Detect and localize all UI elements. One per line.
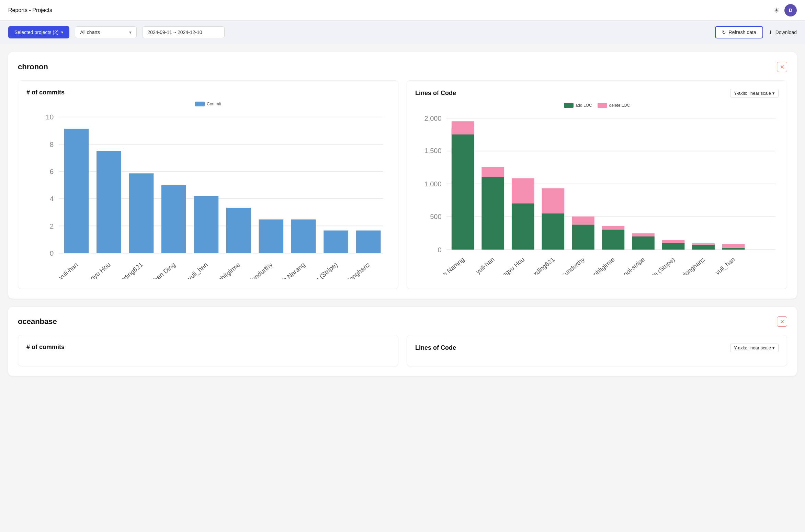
delete-bar [602, 226, 625, 230]
delete-bar [572, 217, 594, 225]
y-axis-label: Y-axis: linear scale [734, 91, 771, 96]
chevron-down-icon: ▾ [129, 30, 132, 35]
commits-chart-container: # of commits Commit [18, 80, 398, 289]
page-title: Reports - Projects [8, 7, 52, 13]
loc-bar-chart: add LOC delete LOC [415, 103, 779, 276]
svg-text:earangol-stripe: earangol-stripe [610, 256, 646, 275]
add-bar [512, 203, 534, 250]
svg-text:500: 500 [430, 213, 441, 220]
svg-text:hzding621: hzding621 [117, 261, 144, 279]
commits-svg: 10 8 6 4 2 0 [26, 111, 390, 279]
svg-text:hzding621: hzding621 [529, 256, 556, 275]
user-avatar[interactable]: D [784, 4, 797, 16]
selected-projects-button[interactable]: Selected projects (2) ▾ [8, 26, 69, 38]
add-bar [722, 248, 745, 250]
delete-bar [512, 178, 534, 203]
loc-chart-header: Lines of Code Y-axis: linear scale ▾ [415, 89, 779, 97]
bar [259, 219, 283, 253]
chevron-down-icon: ▾ [61, 30, 63, 35]
loc-chart-container: Lines of Code Y-axis: linear scale ▾ add… [407, 80, 787, 289]
svg-text:yuli_han: yuli_han [186, 261, 209, 279]
chart-header: # of commits [26, 89, 390, 96]
oceanbase-loc-header: Lines of Code Y-axis: linear scale ▾ [415, 344, 779, 352]
oceanbase-y-axis-select[interactable]: Y-axis: linear scale ▾ [730, 344, 779, 352]
add-bar [602, 230, 625, 250]
oceanbase-project-header: oceanbase ✕ [18, 316, 787, 327]
bar [291, 219, 316, 253]
delete-bar [722, 244, 745, 248]
svg-text:8: 8 [50, 140, 54, 148]
delete-bar [692, 243, 715, 245]
loc-legend: add LOC delete LOC [415, 103, 779, 108]
oceanbase-loc-title: Lines of Code [415, 344, 456, 351]
commits-bar-chart: Commit 10 8 6 [26, 102, 390, 280]
svg-text:0: 0 [50, 249, 54, 257]
bar [324, 231, 348, 253]
svg-text:rohitgirme: rohitgirme [590, 256, 616, 275]
charts-row: # of commits Commit [18, 80, 787, 289]
add-bar [452, 128, 474, 250]
svg-text:2,000: 2,000 [424, 115, 441, 122]
commits-legend: Commit [26, 102, 390, 106]
delete-loc-legend-item: delete LOC [598, 103, 630, 108]
delete-bar [542, 188, 564, 213]
oceanbase-loc-chart: Lines of Code Y-axis: linear scale ▾ [407, 335, 787, 366]
top-bar-right: ☀ D [773, 4, 797, 16]
refresh-data-button[interactable]: ↻ Refresh data [715, 26, 763, 38]
oceanbase-close-button[interactable]: ✕ [777, 316, 787, 327]
project-name: chronon [18, 62, 48, 71]
commit-legend-color [195, 102, 205, 106]
top-bar: Reports - Projects ☀ D [0, 0, 805, 21]
main-content: chronon ✕ # of commits Commit [0, 44, 805, 384]
theme-toggle-icon[interactable]: ☀ [773, 6, 780, 14]
svg-text:donghanz: donghanz [681, 256, 706, 275]
svg-text:yuli_han: yuli_han [714, 256, 737, 275]
loc-svg: 2,000 1,500 1,000 500 0 [415, 112, 779, 275]
oceanbase-commits-title: # of commits [26, 344, 65, 351]
oceanbase-y-axis-label: Y-axis: linear scale [734, 345, 771, 350]
svg-text:donghanz: donghanz [345, 261, 371, 279]
svg-text:1,000: 1,000 [424, 180, 441, 188]
oceanbase-project-name: oceanbase [18, 317, 57, 326]
svg-text:rohitgirme: rohitgirme [215, 261, 242, 279]
delete-loc-color [598, 103, 607, 108]
svg-text:10: 10 [46, 113, 54, 121]
svg-text:yuli-han: yuli-han [474, 256, 496, 275]
project-card-oceanbase: oceanbase ✕ # of commits Lines of Code Y… [8, 307, 797, 376]
bar [356, 231, 381, 253]
add-bar [572, 224, 594, 250]
add-bar [662, 243, 685, 250]
bar [161, 185, 186, 253]
add-bar [542, 213, 564, 250]
chevron-down-icon: ▾ [772, 345, 775, 350]
svg-text:6: 6 [50, 167, 54, 175]
commit-legend-item: Commit [195, 102, 221, 106]
bar [97, 151, 121, 253]
oceanbase-charts-row: # of commits Lines of Code Y-axis: linea… [18, 335, 787, 366]
date-range-value: 2024-09-11 ~ 2024-12-10 [147, 30, 202, 35]
oceanbase-commits-header: # of commits [26, 344, 390, 351]
svg-text:Pengyu Hou: Pengyu Hou [495, 256, 526, 275]
date-range-picker[interactable]: 2024-09-11 ~ 2024-12-10 [142, 26, 225, 38]
delete-bar [662, 240, 685, 243]
bar [194, 196, 218, 253]
bar [64, 129, 89, 253]
y-axis-select[interactable]: Y-axis: linear scale ▾ [730, 89, 779, 97]
delete-bar [481, 167, 504, 177]
oceanbase-commits-chart: # of commits [18, 335, 398, 366]
close-button[interactable]: ✕ [777, 62, 787, 72]
project-header: chronon ✕ [18, 62, 787, 72]
refresh-label: Refresh data [729, 30, 756, 35]
commits-chart-title: # of commits [26, 89, 65, 96]
bar [226, 208, 251, 253]
add-loc-color [564, 103, 574, 108]
download-button[interactable]: ⬇ Download [769, 30, 797, 35]
svg-text:0: 0 [438, 246, 441, 254]
chevron-down-icon: ▾ [772, 91, 775, 96]
add-bar [692, 245, 715, 250]
svg-text:Piyush Narang: Piyush Narang [269, 261, 306, 279]
commit-legend-label: Commit [207, 102, 221, 106]
all-charts-dropdown[interactable]: All charts ▾ [75, 26, 137, 38]
svg-text:yuli-han: yuli-han [57, 261, 79, 279]
svg-text:Haozhen Ding: Haozhen Ding [140, 261, 177, 279]
